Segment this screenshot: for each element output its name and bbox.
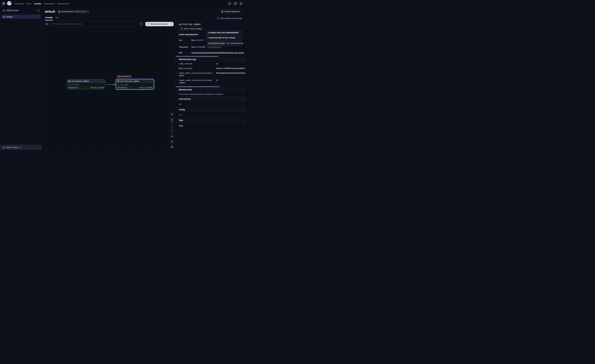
dagster-logo-icon[interactable] (7, 1, 12, 7)
materialized-time: Mar 21, 5:19 PM (91, 87, 104, 89)
sidebar-item-default[interactable]: default (1, 15, 41, 19)
refresh-icon[interactable] (19, 147, 21, 148)
open-sidebar-panel-button[interactable] (45, 22, 49, 26)
chevron-down-icon[interactable]: ▼ (243, 120, 244, 121)
horizontal-scrollbar[interactable] (176, 86, 220, 87)
view-tabs: Lineage List View global asset lineage (42, 16, 245, 21)
download-icon (171, 146, 173, 148)
gear-icon: ⚙ (240, 2, 242, 5)
search-icon (52, 23, 54, 25)
popover-suffix: has a new data version (227, 42, 244, 44)
nav-item-automation[interactable]: Automation (44, 2, 55, 5)
badge-prefix: Asset Group in (61, 10, 74, 13)
node-description-row: No description (116, 83, 154, 86)
help-icon: ? (234, 2, 237, 5)
page-title: default (45, 10, 55, 14)
view-in-asset-catalog-button[interactable]: View in Asset Catalog (179, 27, 203, 31)
changes-popover: 1 change since last materialization 1 up… (206, 30, 242, 47)
asset-search-box (50, 22, 138, 26)
node-status-row: Materialized Mar 21, 5:12 PM (116, 86, 154, 89)
sidebar-group-row[interactable]: 250321-dvers 1 (0, 7, 42, 14)
chevron-down-icon[interactable]: ▼ (243, 89, 244, 91)
zoom-out-button[interactable] (170, 134, 174, 138)
lineage-graph-icon (217, 17, 219, 19)
node-header: multiplied_number (116, 79, 154, 83)
refresh-icon[interactable] (87, 11, 89, 13)
sparkles-icon: ✦ ✦ ✦ (147, 23, 149, 25)
nav-item-overview[interactable]: Overview (15, 2, 24, 5)
search-input[interactable] (55, 23, 136, 25)
search-button[interactable] (227, 1, 232, 6)
sidebar-footer-repo[interactable]: 250321-dvers (0, 145, 42, 150)
folder-icon (3, 147, 5, 148)
section-metadata-plots[interactable]: Metadata plots ▼ (176, 87, 245, 92)
section-code-version[interactable]: Code Version ▼ (176, 97, 245, 101)
materialize-selected-split-button: ✦ ✦ ✦ Materialize selected ▾ (145, 22, 174, 26)
view-global-lineage-link[interactable]: View global asset lineage (217, 16, 242, 20)
lineage-canvas[interactable]: Unsynced (1) versioned_number No descrip… (42, 28, 175, 150)
chevron-down-icon[interactable]: ▼ (243, 98, 244, 100)
tab-list[interactable]: List (55, 16, 59, 20)
page-header: default Asset Group in 250321-dvers (42, 7, 245, 16)
materialize-selected-label: Materialize selected (150, 23, 168, 25)
table-icon (68, 80, 70, 82)
badge-repo-link[interactable]: 250321-dvers (75, 10, 86, 13)
nav-item-deployment[interactable]: Deployment (57, 2, 69, 5)
reload-definitions-label: Reload definitions (225, 10, 240, 13)
table-icon (209, 42, 210, 44)
asset-group-icon (58, 11, 60, 13)
top-nav: Overview Runs Assets Automation Deployme… (0, 0, 245, 7)
chevron-down-icon[interactable]: ▼ (243, 59, 244, 60)
help-button[interactable]: ? (233, 1, 238, 6)
edge-arrow (106, 83, 116, 86)
table-row: code_version v1 (176, 62, 245, 66)
zoom-in-icon (171, 113, 173, 115)
chevron-down-icon[interactable]: ▼ (243, 34, 244, 35)
node-status-row: Materialized Mar 21, 5:19 PM (67, 86, 105, 89)
folder-icon (3, 9, 5, 11)
materialized-time: Mar 21, 5:12 PM (140, 87, 152, 89)
table-row: path /Users/smackesey/stm/code/elementl/… (176, 50, 245, 55)
zoom-in-button[interactable] (170, 112, 174, 117)
refresh-graph-button[interactable] (139, 22, 144, 26)
asset-node-multiplied-number[interactable]: multiplied_number No description Materia… (116, 79, 154, 90)
materialize-selected-button[interactable]: ✦ ✦ ✦ Materialize selected (145, 22, 170, 26)
asset-chip-versioned-number[interactable]: versioned_number (208, 42, 226, 45)
run-id-link[interactable]: a5347ef7 (195, 39, 204, 42)
sidebar-group-name: 250321-dvers (7, 9, 19, 12)
table-row: input_event_pointer/versioned_number 11 (176, 78, 245, 85)
section-type[interactable]: Type ▼ (176, 118, 245, 122)
view-global-lineage-label: View global asset lineage (220, 17, 242, 19)
materialized-status: Materialized (68, 87, 78, 89)
svg-text:?: ? (235, 3, 236, 4)
asset-groups-sidebar: 250321-dvers 1 default 250321-dvers (0, 7, 42, 150)
tab-lineage[interactable]: Lineage (45, 16, 53, 20)
external-link-icon (181, 28, 183, 30)
asset-node-versioned-number[interactable]: versioned_number No description Material… (67, 79, 105, 89)
section-config[interactable]: Config ▼ (176, 107, 245, 112)
node-name: versioned_number (71, 80, 89, 82)
nav-item-runs[interactable]: Runs (26, 2, 31, 5)
node-description-row: No description (67, 83, 105, 86)
graph-settings-button[interactable]: ⚙ (170, 139, 174, 144)
unsynced-badge[interactable]: Unsynced (1) (116, 75, 132, 78)
nav-item-assets[interactable]: Assets (34, 2, 41, 5)
download-graph-button[interactable] (170, 145, 174, 149)
horizontal-scrollbar[interactable] (176, 56, 218, 57)
materialize-dropdown-button[interactable]: ▾ (170, 22, 174, 26)
config-value: Any (176, 112, 245, 118)
settings-button[interactable]: ⚙ (239, 1, 243, 6)
graph-toolbar: ✦ ✦ ✦ Materialize selected ▾ (42, 21, 175, 28)
path-link[interactable]: /Users/smackesey/stm/code/elementl/exper… (191, 52, 244, 54)
group-count-badge: 1 (37, 9, 40, 12)
materialized-status: Materialized (118, 87, 127, 89)
zoom-slider-thumb[interactable] (171, 119, 173, 121)
hamburger-menu-icon[interactable] (2, 2, 5, 5)
reload-definitions-button[interactable]: Reload definitions (219, 9, 242, 14)
zoom-slider[interactable] (170, 117, 174, 134)
asset-group-badge[interactable]: Asset Group in 250321-dvers (57, 10, 91, 14)
chevron-down-icon[interactable]: ▼ (243, 109, 244, 111)
section-materialization-tags[interactable]: Materialization tags ▼ (176, 57, 245, 62)
table-icon (117, 80, 120, 82)
footer-repo-name: 250321-dvers (6, 146, 18, 148)
